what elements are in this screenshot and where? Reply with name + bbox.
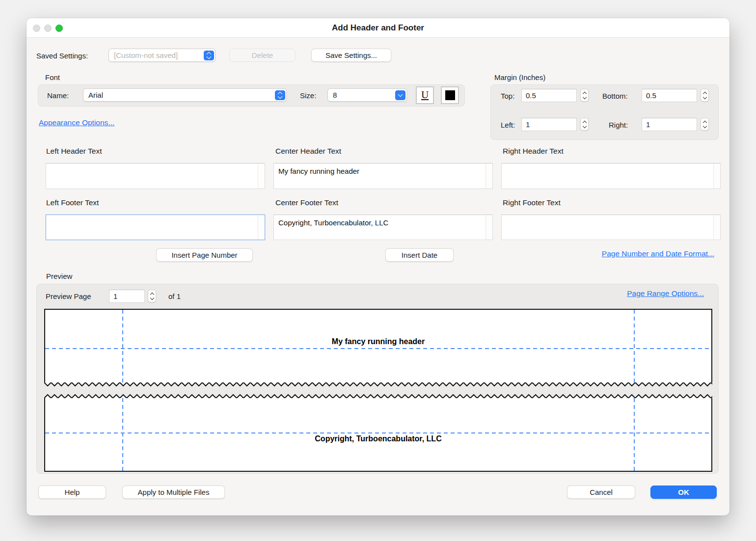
font-size-combo[interactable]: 8 <box>327 88 407 102</box>
font-size-label: Size: <box>300 91 316 100</box>
torn-edge-bottom <box>44 393 712 398</box>
cancel-button[interactable]: Cancel <box>567 486 635 499</box>
margin-left-stepper[interactable] <box>580 118 589 131</box>
page-number-date-format-link[interactable]: Page Number and Date Format... <box>602 249 714 258</box>
font-section-label: Font <box>45 73 60 81</box>
scrollbar-track[interactable] <box>713 215 720 240</box>
margin-bottom-stepper[interactable] <box>701 89 709 102</box>
insert-page-number-button[interactable]: Insert Page Number <box>156 248 253 262</box>
saved-settings-dropdown[interactable]: [Custom-not saved] <box>108 49 216 62</box>
color-swatch-icon <box>445 90 455 100</box>
margin-top-field[interactable] <box>521 89 577 102</box>
font-name-label: Name: <box>47 91 69 100</box>
underline-button[interactable]: U <box>416 86 434 104</box>
right-header-textarea[interactable] <box>502 163 713 189</box>
popup-arrows-icon <box>275 90 285 100</box>
margin-bottom-input[interactable] <box>646 91 697 100</box>
right-footer-textarea[interactable] <box>502 215 713 240</box>
save-settings-button[interactable]: Save Settings... <box>311 49 391 62</box>
left-header-textarea[interactable] <box>46 163 258 189</box>
right-footer-label: Right Footer Text <box>503 198 561 207</box>
help-button[interactable]: Help <box>38 486 106 499</box>
scrollbar-track[interactable] <box>486 215 492 240</box>
margin-right-input[interactable] <box>646 120 697 129</box>
saved-settings-label: Saved Settings: <box>36 52 88 60</box>
center-header-field[interactable]: My fancy running header <box>273 163 493 189</box>
preview-page-total: of 1 <box>168 292 181 300</box>
appearance-options-link[interactable]: Appearance Options... <box>39 118 114 127</box>
cancel-button-label: Cancel <box>590 488 613 496</box>
right-header-label: Right Header Text <box>503 147 564 156</box>
saved-settings-value: [Custom-not saved] <box>114 51 178 59</box>
margin-left-field[interactable] <box>521 118 577 131</box>
dialog-title: Add Header and Footer <box>332 23 424 33</box>
font-size-value: 8 <box>333 91 337 99</box>
center-header-textarea[interactable]: My fancy running header <box>274 163 486 189</box>
scrollbar-track[interactable] <box>258 215 265 240</box>
help-button-label: Help <box>65 488 80 496</box>
center-footer-field[interactable]: Copyright, Turboencabulator, LLC <box>273 215 493 240</box>
left-footer-field[interactable] <box>46 215 265 240</box>
header-margin-guide <box>45 348 711 349</box>
margin-left-label: Left: <box>501 121 515 129</box>
margin-top-label: Top: <box>501 92 514 100</box>
margin-bottom-field[interactable] <box>642 89 697 102</box>
margin-bottom-label: Bottom: <box>602 92 628 100</box>
preview-panel: Preview Page of 1 Page Range Options... … <box>36 284 719 474</box>
scrollbar-track[interactable] <box>713 163 720 189</box>
margin-left-input[interactable] <box>526 120 576 129</box>
left-margin-guide <box>122 310 123 382</box>
scrollbar-track[interactable] <box>258 163 265 189</box>
preview-page-field[interactable] <box>109 290 145 303</box>
left-header-label: Left Header Text <box>46 147 102 156</box>
preview-page-label: Preview Page <box>46 292 91 300</box>
delete-button-label: Delete <box>252 51 273 59</box>
minimize-window-button <box>44 25 52 32</box>
insert-date-button[interactable]: Insert Date <box>385 248 454 262</box>
preview-header-text: My fancy running header <box>45 337 711 346</box>
margin-section-label: Margin (Inches) <box>494 73 545 81</box>
underline-button-label: U <box>421 90 429 101</box>
right-margin-guide <box>634 310 635 382</box>
font-color-button[interactable] <box>441 86 459 104</box>
save-settings-button-label: Save Settings... <box>325 51 377 59</box>
traffic-lights <box>33 18 63 38</box>
preview-page-stepper[interactable] <box>148 290 156 302</box>
popup-arrows-icon <box>204 51 214 60</box>
left-footer-label: Left Footer Text <box>46 198 99 207</box>
page-preview-bottom-fragment: Copyright, Turboencabulator, LLC <box>44 398 712 472</box>
left-header-field[interactable] <box>46 163 265 189</box>
scrollbar-track[interactable] <box>486 163 492 189</box>
apply-to-multiple-files-label: Apply to Multiple Files <box>138 488 210 496</box>
insert-page-number-label: Insert Page Number <box>171 251 237 259</box>
delete-button: Delete <box>229 49 296 62</box>
ok-button-label: OK <box>678 488 689 496</box>
insert-date-label: Insert Date <box>402 251 437 259</box>
page-range-options-link[interactable]: Page Range Options... <box>627 289 704 298</box>
zoom-window-button[interactable] <box>55 25 63 32</box>
margin-right-stepper[interactable] <box>701 118 709 131</box>
margin-right-label: Right: <box>609 121 628 129</box>
margin-top-input[interactable] <box>526 91 576 100</box>
font-name-dropdown[interactable]: Arial <box>83 88 287 102</box>
margin-right-field[interactable] <box>642 118 697 131</box>
page-preview: My fancy running header Copyright, Turbo… <box>44 309 712 472</box>
margin-top-stepper[interactable] <box>580 89 589 102</box>
torn-edge-top <box>44 382 712 388</box>
apply-to-multiple-files-button[interactable]: Apply to Multiple Files <box>122 486 225 499</box>
ok-button[interactable]: OK <box>650 486 717 499</box>
preview-page-input[interactable] <box>113 292 144 300</box>
right-footer-field[interactable] <box>501 215 721 240</box>
title-bar: Add Header and Footer <box>27 18 729 38</box>
combo-arrow-icon <box>395 90 405 100</box>
preview-section-label: Preview <box>46 272 72 280</box>
preview-footer-text: Copyright, Turboencabulator, LLC <box>45 434 711 443</box>
center-footer-label: Center Footer Text <box>275 198 338 207</box>
right-header-field[interactable] <box>501 163 721 189</box>
center-footer-textarea[interactable]: Copyright, Turboencabulator, LLC <box>274 215 486 240</box>
left-footer-textarea[interactable] <box>46 215 258 240</box>
close-window-button <box>33 25 40 32</box>
dialog-window: Add Header and Footer Saved Settings: [C… <box>27 18 729 515</box>
footer-margin-guide <box>45 433 711 433</box>
center-header-label: Center Header Text <box>275 147 341 156</box>
